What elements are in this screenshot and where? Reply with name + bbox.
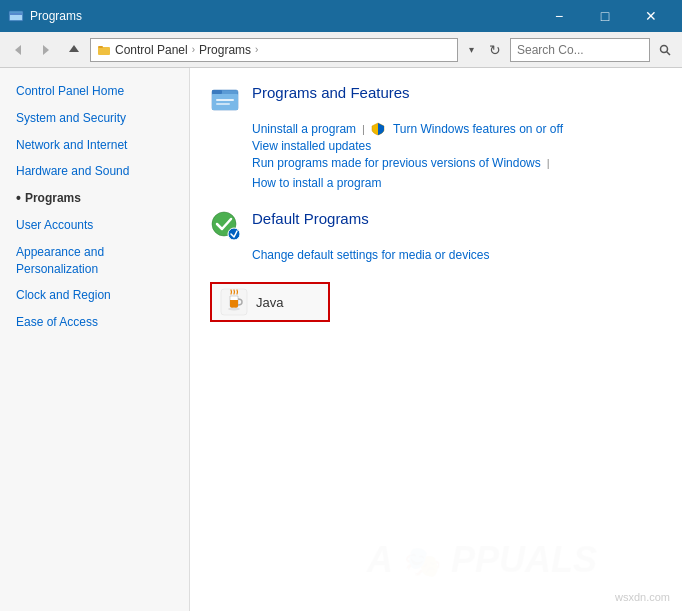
content-area: Programs and Features Uninstall a progra… (190, 68, 682, 611)
sidebar-item-appearance[interactable]: Appearance and Personalization (0, 239, 189, 283)
java-icon (220, 288, 248, 316)
path-programs[interactable]: Programs (199, 43, 251, 57)
svg-point-16 (228, 228, 240, 240)
sidebar-item-user-accounts[interactable]: User Accounts (0, 212, 189, 239)
main-layout: Control Panel Home System and Security N… (0, 68, 682, 611)
forward-button[interactable] (34, 38, 58, 62)
java-icon-svg (220, 288, 248, 316)
sidebar-item-programs: • Programs (0, 185, 189, 212)
address-dropdown-button[interactable]: ▾ (462, 38, 480, 62)
svg-rect-13 (216, 99, 234, 101)
close-button[interactable]: ✕ (628, 0, 674, 32)
uninstall-link[interactable]: Uninstall a program (252, 122, 356, 136)
svg-rect-11 (212, 94, 238, 110)
maximize-button[interactable]: □ (582, 0, 628, 32)
how-to-install-link[interactable]: How to install a program (252, 176, 381, 190)
default-programs-title[interactable]: Default Programs (252, 210, 369, 227)
sidebar-item-clock-and-region[interactable]: Clock and Region (0, 282, 189, 309)
path-control-panel[interactable]: Control Panel (115, 43, 188, 57)
change-default-link[interactable]: Change default settings for media or dev… (252, 248, 489, 262)
dp-link-row-1: Change default settings for media or dev… (252, 248, 662, 262)
separator-1: | (362, 123, 365, 135)
default-programs-links: Change default settings for media or dev… (252, 248, 662, 262)
wsxdn-watermark: wsxdn.com (615, 591, 670, 603)
default-programs-section: Default Programs Change default settings… (210, 210, 662, 262)
window-controls: − □ ✕ (536, 0, 674, 32)
svg-point-18 (228, 308, 240, 311)
programs-and-features-icon (210, 84, 242, 116)
default-programs-icon (210, 210, 242, 242)
path-arrow-1: › (192, 44, 195, 55)
view-installed-link[interactable]: View installed updates (252, 139, 371, 153)
sidebar-item-system-and-security[interactable]: System and Security (0, 105, 189, 132)
svg-rect-14 (216, 103, 230, 105)
svg-marker-5 (69, 45, 79, 52)
svg-rect-12 (212, 90, 222, 94)
up-button[interactable] (62, 38, 86, 62)
default-programs-header: Default Programs (210, 210, 662, 242)
svg-line-9 (667, 51, 671, 55)
java-label: Java (256, 295, 283, 310)
svg-marker-3 (15, 45, 21, 55)
programs-and-features-section: Programs and Features Uninstall a progra… (210, 84, 662, 190)
title-bar: Programs − □ ✕ (0, 0, 682, 32)
pf-link-row-2: View installed updates (252, 139, 662, 153)
programs-and-features-links: Uninstall a program | Turn Windows featu… (252, 122, 662, 190)
svg-rect-2 (10, 13, 22, 15)
sidebar-item-control-panel-home[interactable]: Control Panel Home (0, 78, 189, 105)
shield-icon (371, 122, 385, 136)
search-button[interactable] (654, 38, 676, 62)
sidebar-item-network-and-internet[interactable]: Network and Internet (0, 132, 189, 159)
active-bullet: • (16, 190, 21, 207)
pf-icon-svg (210, 84, 242, 116)
watermark: A 🎭 PPUALS (367, 538, 597, 581)
sidebar-item-programs-label: Programs (25, 190, 81, 207)
svg-marker-4 (43, 45, 49, 55)
dp-icon-svg (210, 210, 242, 242)
minimize-button[interactable]: − (536, 0, 582, 32)
refresh-button[interactable]: ↻ (484, 38, 506, 62)
sidebar-item-hardware-and-sound[interactable]: Hardware and Sound (0, 158, 189, 185)
path-arrow-2: › (255, 44, 258, 55)
address-path[interactable]: Control Panel › Programs › (90, 38, 458, 62)
separator-2: | (547, 157, 550, 169)
svg-point-8 (661, 45, 668, 52)
svg-rect-6 (98, 47, 110, 55)
java-item[interactable]: Java (210, 282, 330, 322)
search-input[interactable] (510, 38, 650, 62)
folder-icon (97, 43, 111, 57)
search-icon (659, 44, 671, 56)
pf-link-row-1: Uninstall a program | Turn Windows featu… (252, 122, 662, 136)
sidebar: Control Panel Home System and Security N… (0, 68, 190, 611)
java-section: Java (210, 282, 662, 322)
run-previous-link[interactable]: Run programs made for previous versions … (252, 156, 541, 170)
back-button[interactable] (6, 38, 30, 62)
turn-windows-features-link[interactable]: Turn Windows features on or off (393, 122, 563, 136)
address-bar: Control Panel › Programs › ▾ ↻ (0, 32, 682, 68)
svg-rect-7 (98, 46, 103, 48)
sidebar-item-ease-of-access[interactable]: Ease of Access (0, 309, 189, 336)
window-icon (8, 8, 24, 24)
window-title: Programs (30, 9, 536, 23)
programs-and-features-header: Programs and Features (210, 84, 662, 116)
programs-and-features-title[interactable]: Programs and Features (252, 84, 410, 101)
pf-link-row-3: Run programs made for previous versions … (252, 156, 662, 190)
